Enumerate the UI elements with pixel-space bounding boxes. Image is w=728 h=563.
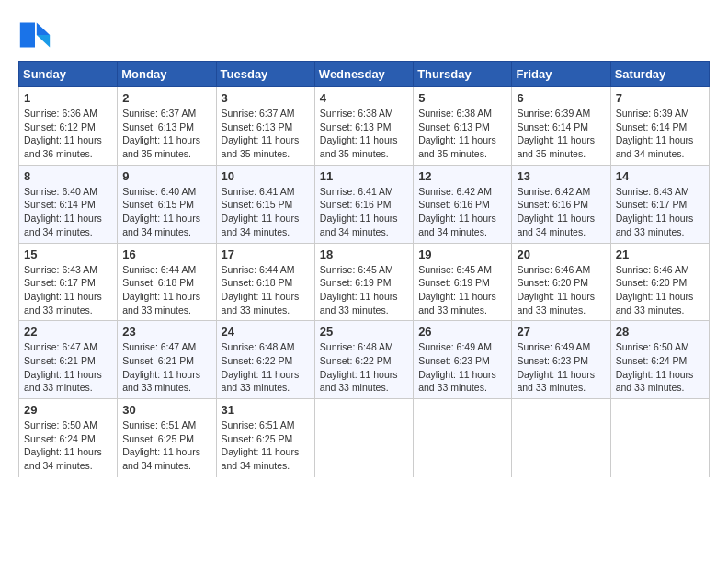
day-info: Sunrise: 6:51 AMSunset: 6:25 PMDaylight:…: [222, 419, 310, 473]
calendar-cell: 1 Sunrise: 6:36 AMSunset: 6:12 PMDayligh…: [19, 87, 118, 166]
day-number: 23: [122, 325, 210, 339]
calendar-cell: 20 Sunrise: 6:46 AMSunset: 6:20 PMDaylig…: [512, 243, 610, 321]
calendar-cell: [314, 399, 413, 477]
day-number: 5: [418, 91, 506, 105]
day-info: Sunrise: 6:44 AMSunset: 6:18 PMDaylight:…: [222, 263, 310, 317]
calendar-cell: 30 Sunrise: 6:51 AMSunset: 6:25 PMDaylig…: [118, 399, 216, 477]
calendar-cell: 2 Sunrise: 6:37 AMSunset: 6:13 PMDayligh…: [118, 87, 216, 166]
day-number: 24: [222, 325, 310, 339]
day-info: Sunrise: 6:48 AMSunset: 6:22 PMDaylight:…: [320, 340, 408, 395]
day-info: Sunrise: 6:42 AMSunset: 6:16 PMDaylight:…: [418, 185, 506, 239]
day-number: 29: [24, 403, 112, 417]
day-number: 11: [320, 169, 408, 183]
day-number: 26: [418, 325, 506, 339]
day-number: 27: [517, 325, 605, 339]
day-info: Sunrise: 6:39 AMSunset: 6:14 PMDaylight:…: [517, 107, 605, 161]
day-number: 13: [517, 169, 605, 183]
day-number: 31: [222, 403, 310, 417]
logo: [18, 18, 57, 52]
day-info: Sunrise: 6:50 AMSunset: 6:24 PMDaylight:…: [616, 340, 704, 395]
calendar-week-3: 15 Sunrise: 6:43 AMSunset: 6:17 PMDaylig…: [19, 243, 710, 321]
day-info: Sunrise: 6:41 AMSunset: 6:16 PMDaylight:…: [320, 185, 408, 239]
day-number: 10: [222, 169, 310, 183]
calendar-cell: 29 Sunrise: 6:50 AMSunset: 6:24 PMDaylig…: [19, 399, 118, 477]
day-number: 1: [24, 91, 112, 105]
day-info: Sunrise: 6:47 AMSunset: 6:21 PMDaylight:…: [24, 340, 112, 395]
day-info: Sunrise: 6:50 AMSunset: 6:24 PMDaylight:…: [24, 419, 112, 473]
day-info: Sunrise: 6:42 AMSunset: 6:16 PMDaylight:…: [517, 185, 605, 239]
calendar-cell: 22 Sunrise: 6:47 AMSunset: 6:21 PMDaylig…: [19, 321, 118, 399]
day-info: Sunrise: 6:43 AMSunset: 6:17 PMDaylight:…: [24, 263, 112, 317]
calendar-week-2: 8 Sunrise: 6:40 AMSunset: 6:14 PMDayligh…: [19, 165, 710, 243]
logo-icon: [18, 18, 51, 52]
calendar-cell: 31 Sunrise: 6:51 AMSunset: 6:25 PMDaylig…: [216, 399, 314, 477]
calendar-cell: [414, 399, 512, 477]
calendar-week-1: 1 Sunrise: 6:36 AMSunset: 6:12 PMDayligh…: [19, 87, 710, 166]
day-info: Sunrise: 6:38 AMSunset: 6:13 PMDaylight:…: [320, 107, 408, 161]
day-number: 21: [616, 247, 704, 261]
day-number: 6: [517, 91, 605, 105]
day-header-saturday: Saturday: [610, 62, 709, 87]
day-number: 12: [418, 169, 506, 183]
calendar-cell: 11 Sunrise: 6:41 AMSunset: 6:16 PMDaylig…: [314, 165, 413, 243]
calendar-cell: 10 Sunrise: 6:41 AMSunset: 6:15 PMDaylig…: [216, 165, 314, 243]
day-info: Sunrise: 6:36 AMSunset: 6:12 PMDaylight:…: [24, 107, 112, 161]
day-info: Sunrise: 6:45 AMSunset: 6:19 PMDaylight:…: [320, 263, 408, 317]
calendar-cell: 28 Sunrise: 6:50 AMSunset: 6:24 PMDaylig…: [610, 321, 709, 399]
day-info: Sunrise: 6:38 AMSunset: 6:13 PMDaylight:…: [418, 107, 506, 161]
day-number: 15: [24, 247, 112, 261]
calendar-cell: 3 Sunrise: 6:37 AMSunset: 6:13 PMDayligh…: [216, 87, 314, 166]
day-number: 14: [616, 169, 704, 183]
day-info: Sunrise: 6:47 AMSunset: 6:21 PMDaylight:…: [122, 340, 210, 395]
day-number: 30: [122, 403, 210, 417]
calendar-cell: 15 Sunrise: 6:43 AMSunset: 6:17 PMDaylig…: [19, 243, 118, 321]
day-number: 16: [122, 247, 210, 261]
calendar-cell: 4 Sunrise: 6:38 AMSunset: 6:13 PMDayligh…: [314, 87, 413, 166]
calendar-cell: [610, 399, 709, 477]
day-info: Sunrise: 6:44 AMSunset: 6:18 PMDaylight:…: [122, 263, 210, 317]
calendar-cell: 27 Sunrise: 6:49 AMSunset: 6:23 PMDaylig…: [512, 321, 610, 399]
calendar-cell: 5 Sunrise: 6:38 AMSunset: 6:13 PMDayligh…: [414, 87, 512, 166]
day-info: Sunrise: 6:41 AMSunset: 6:15 PMDaylight:…: [222, 185, 310, 239]
day-info: Sunrise: 6:43 AMSunset: 6:17 PMDaylight:…: [616, 185, 704, 239]
calendar-cell: 17 Sunrise: 6:44 AMSunset: 6:18 PMDaylig…: [216, 243, 314, 321]
day-info: Sunrise: 6:37 AMSunset: 6:13 PMDaylight:…: [122, 107, 210, 161]
day-number: 25: [320, 325, 408, 339]
day-number: 18: [320, 247, 408, 261]
day-header-thursday: Thursday: [414, 62, 512, 87]
calendar-cell: 8 Sunrise: 6:40 AMSunset: 6:14 PMDayligh…: [19, 165, 118, 243]
day-number: 4: [320, 91, 408, 105]
day-header-monday: Monday: [118, 62, 216, 87]
day-header-friday: Friday: [512, 62, 610, 87]
calendar-cell: [512, 399, 610, 477]
calendar-cell: 9 Sunrise: 6:40 AMSunset: 6:15 PMDayligh…: [118, 165, 216, 243]
day-info: Sunrise: 6:49 AMSunset: 6:23 PMDaylight:…: [517, 340, 605, 395]
calendar-cell: 25 Sunrise: 6:48 AMSunset: 6:22 PMDaylig…: [314, 321, 413, 399]
day-number: 2: [122, 91, 210, 105]
calendar-week-4: 22 Sunrise: 6:47 AMSunset: 6:21 PMDaylig…: [19, 321, 710, 399]
day-info: Sunrise: 6:46 AMSunset: 6:20 PMDaylight:…: [517, 263, 605, 317]
day-header-sunday: Sunday: [19, 62, 118, 87]
calendar-cell: 18 Sunrise: 6:45 AMSunset: 6:19 PMDaylig…: [314, 243, 413, 321]
day-number: 7: [616, 91, 704, 105]
day-info: Sunrise: 6:39 AMSunset: 6:14 PMDaylight:…: [616, 107, 704, 161]
calendar-cell: 6 Sunrise: 6:39 AMSunset: 6:14 PMDayligh…: [512, 87, 610, 166]
day-info: Sunrise: 6:45 AMSunset: 6:19 PMDaylight:…: [418, 263, 506, 317]
calendar-cell: 19 Sunrise: 6:45 AMSunset: 6:19 PMDaylig…: [414, 243, 512, 321]
calendar-week-5: 29 Sunrise: 6:50 AMSunset: 6:24 PMDaylig…: [19, 399, 710, 477]
calendar-cell: 26 Sunrise: 6:49 AMSunset: 6:23 PMDaylig…: [414, 321, 512, 399]
day-number: 20: [517, 247, 605, 261]
day-info: Sunrise: 6:51 AMSunset: 6:25 PMDaylight:…: [122, 419, 210, 473]
day-info: Sunrise: 6:49 AMSunset: 6:23 PMDaylight:…: [418, 340, 506, 395]
day-header-wednesday: Wednesday: [314, 62, 413, 87]
calendar: SundayMondayTuesdayWednesdayThursdayFrid…: [18, 61, 710, 477]
page-header: [18, 18, 710, 52]
calendar-cell: 23 Sunrise: 6:47 AMSunset: 6:21 PMDaylig…: [118, 321, 216, 399]
day-number: 3: [222, 91, 310, 105]
day-info: Sunrise: 6:40 AMSunset: 6:14 PMDaylight:…: [24, 185, 112, 239]
day-number: 17: [222, 247, 310, 261]
day-header-tuesday: Tuesday: [216, 62, 314, 87]
svg-rect-3: [20, 23, 35, 48]
day-number: 19: [418, 247, 506, 261]
calendar-header-row: SundayMondayTuesdayWednesdayThursdayFrid…: [19, 62, 710, 87]
